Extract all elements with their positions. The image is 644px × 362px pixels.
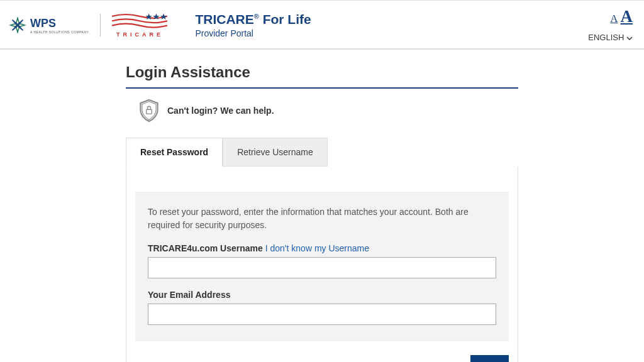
tab-retrieve-username[interactable]: Retrieve Username (223, 138, 328, 167)
form-box: To reset your password, enter the inform… (135, 192, 509, 341)
form-description: To reset your password, enter the inform… (148, 206, 496, 232)
email-input[interactable] (148, 304, 496, 325)
shield-lock-icon (138, 99, 160, 123)
help-row: Can't login? We can help. (126, 89, 518, 133)
unknown-username-link[interactable]: I don't know my Username (263, 243, 369, 253)
font-small[interactable]: A (610, 13, 618, 25)
header-right: A A ENGLISH (588, 7, 633, 42)
header: WPS A HEALTH SOLUTIONS COMPANY TRICARE T… (0, 0, 644, 50)
username-label-row: TRICARE4u.com Username I don't know my U… (148, 243, 496, 253)
tricare-flag-icon (112, 13, 167, 30)
svg-rect-0 (147, 109, 152, 114)
portal-title: TRICARE® For Life (195, 12, 311, 27)
help-text: Can't login? We can help. (167, 106, 274, 116)
chevron-down-icon (626, 35, 633, 41)
font-large[interactable]: A (621, 7, 633, 26)
wps-star-icon (9, 16, 26, 34)
logo-group: WPS A HEALTH SOLUTIONS COMPANY TRICARE (9, 13, 167, 38)
email-label: Your Email Address (148, 290, 496, 300)
font-size-toggle[interactable]: A A (588, 7, 633, 26)
form-actions: Cancel Next (135, 355, 509, 362)
tricare-logo[interactable]: TRICARE (112, 13, 167, 38)
portal-subtitle: Provider Portal (195, 28, 311, 38)
wps-name: WPS (30, 17, 89, 30)
portal-title-block: TRICARE® For Life Provider Portal (195, 12, 311, 38)
language-select[interactable]: ENGLISH (588, 33, 633, 42)
tab-reset-password[interactable]: Reset Password (126, 138, 223, 167)
next-button[interactable]: Next (470, 355, 509, 362)
page-title: Login Assistance (126, 63, 518, 89)
tricare-brand-text: TRICARE (116, 31, 164, 38)
username-label: TRICARE4u.com Username (148, 243, 263, 253)
tabs: Reset Password Retrieve Username (126, 138, 518, 167)
wps-logo[interactable]: WPS A HEALTH SOLUTIONS COMPANY (9, 16, 89, 34)
logo-divider (100, 14, 101, 36)
wps-subtitle: A HEALTH SOLUTIONS COMPANY (30, 30, 89, 34)
main-content: Login Assistance Can't login? We can hel… (126, 63, 518, 362)
tab-panel: To reset your password, enter the inform… (126, 167, 518, 362)
username-input[interactable] (148, 257, 496, 278)
